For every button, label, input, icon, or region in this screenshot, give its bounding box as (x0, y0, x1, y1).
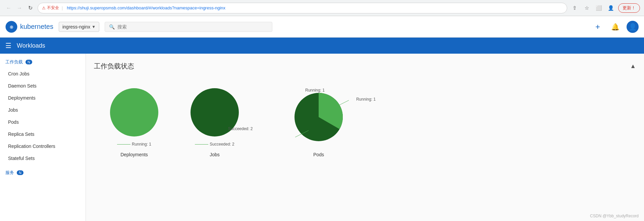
sidebar-item-pods[interactable]: Pods (0, 116, 86, 128)
watermark-text: CSDN @Ybb_studyRecord (590, 214, 639, 218)
svg-line-6 (295, 130, 309, 137)
security-warning: ⚠ 不安全 | (42, 5, 64, 11)
logo-text: kubernetes (20, 23, 53, 31)
warning-icon: ⚠ (42, 6, 46, 10)
deployments-chart: Running: 1 Deployments (107, 86, 161, 157)
add-button[interactable]: + (592, 21, 604, 33)
window-icon[interactable]: ⬜ (594, 3, 603, 13)
update-button[interactable]: 更新！ (618, 3, 640, 13)
browser-nav: ← → ↻ (4, 3, 35, 13)
content-area: 工作负载状态 ▲ Running: 1 Deployments (86, 54, 644, 221)
share-icon[interactable]: ⇧ (570, 3, 579, 13)
sidebar-item-stateful-sets[interactable]: Stateful Sets (0, 152, 86, 164)
jobs-label: Succeeded: 2 (195, 142, 234, 147)
sidebar-item-label: Deployments (8, 95, 36, 101)
sidebar-item-replica-sets[interactable]: Replica Sets (0, 128, 86, 140)
sidebar-item-label: Replication Controllers (8, 144, 55, 149)
charts-row: Running: 1 Deployments Succeeded: 2 Jobs (94, 79, 636, 164)
pods-succeeded-text: Succeeded: 2 (228, 126, 253, 131)
sidebar-item-label: Jobs (8, 107, 18, 113)
profile-icon[interactable]: 👤 (606, 3, 615, 13)
pods-annotation-lines (292, 90, 345, 144)
sidebar-services-label: 服务 (5, 170, 14, 176)
app-header: ⎈ kubernetes ingress-nginx ▼ 🔍 + 🔔 👤 (0, 16, 644, 38)
sidebar-item-label: Replica Sets (8, 131, 35, 137)
svg-line-5 (335, 100, 349, 107)
pods-running-text: Running: 1 (305, 88, 325, 93)
svg-text:⎈: ⎈ (10, 23, 13, 30)
sidebar-item-deployments[interactable]: Deployments (0, 92, 86, 104)
main-layout: 工作负载 N Cron Jobs Daemon Sets Deployments… (0, 54, 644, 221)
sidebar-item-label: Pods (8, 119, 19, 125)
sidebar-item-cron-jobs[interactable]: Cron Jobs (0, 68, 86, 80)
collapse-button[interactable]: ▲ (630, 63, 636, 70)
content-title: 工作负载状态 (94, 62, 134, 71)
hamburger-menu-icon[interactable]: ☰ (5, 42, 11, 50)
sidebar-item-label: Daemon Sets (8, 83, 37, 89)
sidebar-item-label: Cron Jobs (8, 71, 30, 76)
deployments-title: Deployments (120, 152, 148, 157)
sidebar-workloads-label: 工作负载 (5, 59, 23, 65)
search-bar: 🔍 (105, 22, 272, 32)
chevron-down-icon: ▼ (92, 24, 96, 29)
section-title: Workloads (17, 42, 45, 49)
kubernetes-logo-icon: ⎈ (5, 21, 17, 33)
avatar-icon: 👤 (629, 23, 637, 31)
jobs-chart-svg (188, 86, 241, 139)
jobs-chart: Succeeded: 2 Jobs (188, 86, 241, 157)
sidebar-item-label: Stateful Sets (8, 156, 35, 161)
jobs-succeeded-label: Succeeded: 2 (210, 142, 234, 147)
sidebar-workloads-section: 工作负载 N (0, 56, 86, 68)
search-input[interactable] (117, 24, 268, 30)
deployments-running-label: Running: 1 (132, 142, 151, 147)
back-button[interactable]: ← (4, 3, 13, 13)
sidebar: 工作负载 N Cron Jobs Daemon Sets Deployments… (0, 54, 86, 221)
deployments-label: Running: 1 (117, 142, 151, 147)
sidebar-item-replication-controllers[interactable]: Replication Controllers (0, 140, 86, 152)
user-avatar-button[interactable]: 👤 (627, 21, 639, 33)
sidebar-services-section: 服务 N (0, 167, 86, 178)
separator: | (62, 6, 63, 10)
sidebar-item-daemon-sets[interactable]: Daemon Sets (0, 80, 86, 92)
deployments-chart-svg (107, 86, 161, 139)
bookmark-icon[interactable]: ☆ (582, 3, 591, 13)
pods-chart: Running: 1 Running: 1 Succeeded (268, 90, 369, 157)
reload-button[interactable]: ↻ (25, 3, 35, 13)
notifications-button[interactable]: 🔔 (609, 21, 621, 33)
url-text[interactable]: https://shuji.superopsmsb.com/dashboard/… (67, 5, 225, 10)
address-bar: ⚠ 不安全 | https://shuji.superopsmsb.com/da… (38, 3, 567, 13)
sidebar-item-jobs[interactable]: Jobs (0, 104, 86, 116)
security-label: 不安全 (47, 5, 59, 11)
forward-button[interactable]: → (15, 3, 24, 13)
svg-point-2 (110, 88, 158, 136)
pods-running-annotation: Running: 1 (356, 97, 376, 102)
pods-running-label: Running: 1 (356, 97, 376, 102)
logo-area: ⎈ kubernetes (5, 21, 53, 33)
jobs-title: Jobs (210, 152, 220, 157)
content-header: 工作负载状态 ▲ (94, 62, 636, 71)
browser-chrome: ← → ↻ ⚠ 不安全 | https://shuji.superopsmsb.… (0, 0, 644, 16)
search-icon: 🔍 (109, 24, 115, 30)
browser-actions: ⇧ ☆ ⬜ 👤 更新！ (570, 3, 640, 13)
namespace-selector[interactable]: ingress-nginx ▼ (59, 22, 99, 32)
pods-title: Pods (313, 152, 324, 157)
services-badge: N (17, 170, 23, 175)
workloads-badge: N (25, 60, 32, 64)
section-header: ☰ Workloads (0, 38, 644, 54)
header-right: + 🔔 👤 (592, 21, 639, 33)
namespace-value: ingress-nginx (62, 24, 90, 30)
